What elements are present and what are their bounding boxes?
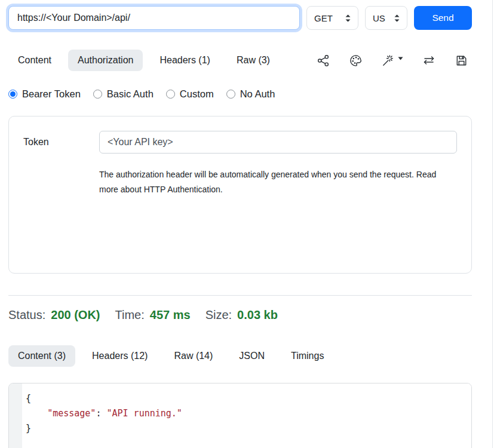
auth-type-options: Bearer Token Basic Auth Custom No Auth bbox=[8, 88, 472, 100]
save-icon[interactable] bbox=[455, 54, 468, 67]
json-colon: : bbox=[96, 408, 106, 419]
json-response: { "message": "API running." } bbox=[22, 383, 471, 448]
token-input[interactable] bbox=[99, 131, 457, 154]
auth-option-label: Bearer Token bbox=[22, 88, 81, 100]
select-arrows-icon bbox=[394, 14, 400, 22]
api-tester-page: GET US Send Content Authorization Header… bbox=[8, 0, 472, 448]
palette-icon[interactable] bbox=[349, 54, 363, 67]
response-status: Status: 200 (OK) Time: 457 ms Size: 0.03… bbox=[8, 308, 472, 322]
request-toolbar bbox=[317, 53, 472, 67]
tab-content[interactable]: Content bbox=[8, 50, 61, 71]
token-help-text: The authorization header will be automat… bbox=[99, 167, 449, 197]
tab-response-raw[interactable]: Raw (14) bbox=[164, 345, 222, 367]
auth-option-basic-auth[interactable]: Basic Auth bbox=[93, 88, 154, 100]
token-panel: Token The authorization header will be a… bbox=[8, 116, 472, 274]
response-body-block: { "message": "API running." } bbox=[8, 383, 472, 448]
json-key: "message" bbox=[47, 408, 96, 419]
tab-response-content[interactable]: Content (3) bbox=[8, 345, 75, 367]
radio-icon bbox=[93, 90, 102, 99]
json-open-brace: { bbox=[26, 393, 31, 404]
auth-option-bearer-token[interactable]: Bearer Token bbox=[8, 88, 81, 100]
size-label: Size: bbox=[205, 308, 232, 322]
auth-option-custom[interactable]: Custom bbox=[166, 88, 214, 100]
response-tabs: Content (3) Headers (12) Raw (14) JSON T… bbox=[8, 345, 472, 367]
magic-wand-icon[interactable] bbox=[381, 54, 403, 67]
tab-response-timings[interactable]: Timings bbox=[281, 345, 333, 367]
tab-headers[interactable]: Headers (1) bbox=[150, 50, 219, 71]
auth-option-label: No Auth bbox=[240, 88, 275, 100]
json-indent bbox=[26, 408, 47, 419]
auth-option-label: Custom bbox=[180, 88, 214, 100]
size-value: 0.03 kb bbox=[237, 308, 278, 322]
auth-option-label: Basic Auth bbox=[107, 88, 154, 100]
radio-selected-icon bbox=[8, 90, 17, 99]
json-close-brace: } bbox=[26, 423, 31, 434]
json-value: "API running." bbox=[106, 408, 182, 419]
time-value: 457 ms bbox=[150, 308, 191, 322]
radio-icon bbox=[166, 90, 175, 99]
method-select[interactable]: GET bbox=[306, 6, 358, 30]
time-label: Time: bbox=[115, 308, 145, 322]
tab-raw[interactable]: Raw (3) bbox=[227, 50, 280, 71]
tab-response-headers[interactable]: Headers (12) bbox=[82, 345, 157, 367]
section-divider bbox=[8, 295, 472, 296]
tab-response-json[interactable]: JSON bbox=[229, 345, 274, 367]
send-button[interactable]: Send bbox=[414, 6, 472, 30]
code-gutter bbox=[9, 383, 22, 448]
share-icon[interactable] bbox=[317, 54, 330, 67]
request-tabs: Content Authorization Headers (1) Raw (3… bbox=[8, 50, 472, 71]
status-value: 200 (OK) bbox=[51, 308, 100, 322]
request-bar: GET US Send bbox=[8, 6, 472, 30]
page-right-divider bbox=[492, 0, 493, 448]
status-label: Status: bbox=[8, 308, 45, 322]
method-select-value: GET bbox=[314, 13, 333, 23]
region-select[interactable]: US bbox=[365, 6, 407, 30]
tab-authorization[interactable]: Authorization bbox=[68, 50, 143, 71]
radio-icon bbox=[226, 90, 235, 99]
url-input[interactable] bbox=[8, 6, 300, 30]
region-select-value: US bbox=[373, 13, 385, 23]
select-arrows-icon bbox=[345, 14, 351, 22]
chevron-down-icon bbox=[398, 57, 403, 60]
auth-option-no-auth[interactable]: No Auth bbox=[226, 88, 275, 100]
token-label: Token bbox=[23, 137, 99, 148]
swap-arrows-icon[interactable] bbox=[422, 53, 436, 67]
